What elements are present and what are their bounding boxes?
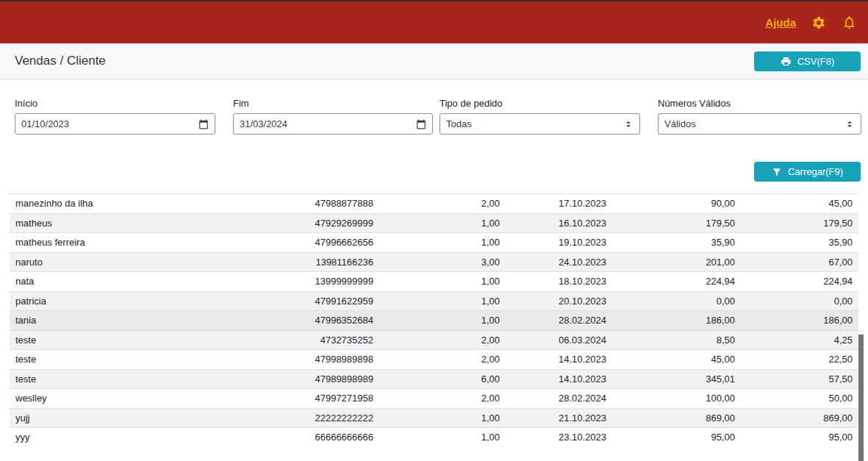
gear-icon[interactable] — [811, 15, 826, 30]
order-type-label: Tipo de pedido — [440, 98, 640, 109]
cell-quantity: 2,00 — [373, 194, 500, 213]
cell-date: 06.03.2024 — [500, 331, 606, 350]
start-date-label: Início — [15, 98, 215, 109]
cell-unit: 0,00 — [735, 292, 853, 311]
cell-name: tania — [10, 311, 272, 330]
cell-unit: 179,50 — [735, 214, 853, 233]
cell-date: 18.10.2023 — [500, 272, 606, 291]
csv-button-label: CSV(F8) — [797, 56, 835, 67]
cell-date: 17.10.2023 — [500, 194, 606, 213]
cell-name: nata — [10, 272, 272, 291]
actions-row: Carregar(F9) — [0, 162, 868, 182]
cell-phone: 22222222222 — [272, 409, 373, 428]
cell-unit: 224,94 — [735, 272, 853, 291]
cell-date: 19.10.2023 — [500, 233, 606, 252]
cell-unit: 57,50 — [735, 370, 853, 389]
select-arrows-icon — [844, 119, 855, 129]
cell-unit: 95,00 — [735, 428, 853, 447]
cell-unit: 67,00 — [735, 253, 853, 272]
cell-unit: 22,50 — [735, 350, 853, 369]
table-row[interactable]: matheus ferreira479966626561,0019.10.202… — [10, 232, 858, 252]
cell-date: 16.10.2023 — [500, 214, 606, 233]
order-type-select[interactable]: Todas — [440, 113, 640, 135]
table-row[interactable]: naruto139811662363,0024.10.2023201,0067,… — [10, 252, 858, 272]
start-date-input[interactable]: 01/10/2023 — [15, 113, 215, 135]
cell-phone: 47929269999 — [272, 214, 373, 233]
bell-icon[interactable] — [842, 15, 857, 30]
table-row[interactable]: weslley479972719582,0028.02.2024100,0050… — [10, 388, 858, 408]
cell-date: 20.10.2023 — [500, 292, 606, 311]
cell-phone: 47988877888 — [272, 194, 373, 213]
table-row[interactable]: teste479898989896,0014.10.2023345,0157,5… — [10, 369, 858, 389]
cell-quantity: 1,00 — [373, 214, 500, 233]
csv-button[interactable]: CSV(F8) — [754, 51, 861, 71]
cell-phone: 4732735252 — [272, 331, 373, 350]
cell-quantity: 1,00 — [373, 311, 500, 330]
cell-name: matheus ferreira — [10, 233, 272, 252]
cell-total: 35,90 — [606, 233, 735, 252]
calendar-icon[interactable] — [416, 119, 426, 129]
filter-order-type: Tipo de pedido Todas — [440, 98, 640, 135]
cell-phone: 47998989898 — [272, 350, 373, 369]
help-link[interactable]: Ajuda — [765, 16, 796, 29]
cell-unit: 50,00 — [735, 389, 853, 408]
table-row[interactable]: yujj222222222221,0021.10.2023869,00869,0… — [10, 408, 858, 428]
cell-phone: 47997271958 — [272, 389, 373, 408]
table-scrollbar[interactable] — [858, 193, 864, 461]
cell-unit: 4,25 — [735, 331, 853, 350]
table-row[interactable]: manezinho da ilha479888778882,0017.10.20… — [10, 193, 858, 213]
cell-phone: 13999999999 — [272, 272, 373, 291]
calendar-icon[interactable] — [198, 119, 209, 129]
scrollbar-thumb[interactable] — [858, 335, 864, 461]
sales-table: manezinho da ilha479888778882,0017.10.20… — [10, 193, 858, 447]
table-row[interactable]: teste47327352522,0006.03.20248,504,25 — [10, 330, 858, 350]
cell-total: 8,50 — [606, 331, 735, 350]
end-date-value: 31/03/2024 — [240, 118, 287, 129]
table-row[interactable]: patricia479916229591,0020.10.20230,000,0… — [10, 291, 858, 311]
cell-total: 0,00 — [606, 292, 735, 311]
cell-phone: 13981166236 — [272, 253, 373, 272]
cell-quantity: 1,00 — [373, 428, 500, 447]
cell-total: 345,01 — [606, 370, 735, 389]
filter-valid-numbers: Números Válidos Válidos — [658, 98, 861, 135]
table-row[interactable]: nata139999999991,0018.10.2023224,94224,9… — [10, 271, 858, 291]
load-button[interactable]: Carregar(F9) — [754, 162, 861, 182]
cell-date: 14.10.2023 — [500, 350, 606, 369]
cell-total: 179,50 — [606, 214, 735, 233]
order-type-value: Todas — [446, 118, 472, 129]
valid-numbers-select[interactable]: Válidos — [658, 113, 861, 135]
cell-total: 224,94 — [606, 272, 735, 291]
cell-name: manezinho da ilha — [10, 194, 272, 213]
cell-phone: 47996352684 — [272, 311, 373, 330]
cell-phone: 66666666666 — [272, 428, 373, 447]
table-row[interactable]: yyy666666666661,0023.10.202395,0095,00 — [10, 427, 858, 447]
cell-unit: 35,90 — [735, 233, 853, 252]
cell-quantity: 1,00 — [373, 292, 500, 311]
cell-quantity: 6,00 — [373, 370, 500, 389]
table-row[interactable]: matheus479292699991,0016.10.2023179,5017… — [10, 213, 858, 233]
filter-bar: Início 01/10/2023 Fim 31/03/2024 Tipo de… — [0, 79, 868, 135]
app-header: Ajuda — [0, 1, 868, 43]
cell-total: 100,00 — [606, 389, 735, 408]
cell-phone: 47996662656 — [272, 233, 373, 252]
end-date-input[interactable]: 31/03/2024 — [233, 113, 433, 135]
table-row[interactable]: teste479989898982,0014.10.202345,0022,50 — [10, 349, 858, 369]
cell-total: 95,00 — [606, 428, 735, 447]
printer-icon — [781, 56, 792, 67]
cell-name: patricia — [10, 292, 272, 311]
cell-name: yyy — [10, 428, 272, 447]
page-title: Vendas / Cliente — [15, 54, 106, 68]
cell-total: 90,00 — [606, 194, 735, 213]
select-arrows-icon — [623, 119, 634, 129]
cell-date: 14.10.2023 — [500, 370, 606, 389]
valid-numbers-label: Números Válidos — [658, 98, 861, 109]
cell-name: teste — [10, 370, 272, 389]
cell-unit: 869,00 — [735, 409, 853, 428]
cell-phone: 47991622959 — [272, 292, 373, 311]
cell-date: 28.02.2024 — [500, 389, 606, 408]
cell-name: weslley — [10, 389, 272, 408]
table-row[interactable]: tania479963526841,0028.02.2024186,00186,… — [10, 310, 858, 330]
cell-name: naruto — [10, 253, 272, 272]
cell-name: teste — [10, 331, 272, 350]
cell-date: 24.10.2023 — [500, 253, 606, 272]
